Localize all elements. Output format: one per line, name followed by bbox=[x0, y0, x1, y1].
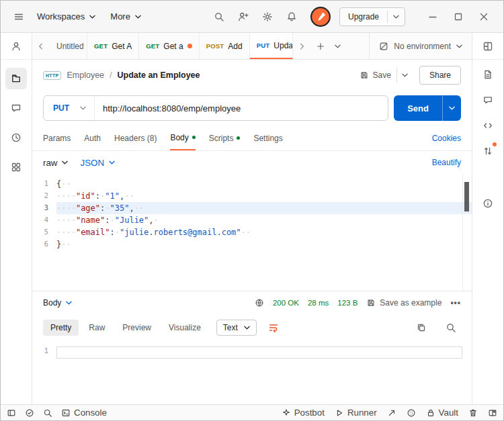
request-body-editor[interactable]: 1 {·· 2 ····"id":·"1",·· 3 ····"age":·"3… bbox=[32, 174, 472, 291]
runner-button[interactable]: Runner bbox=[335, 408, 377, 418]
request-tab-get-a[interactable]: GET Get A bbox=[87, 33, 139, 59]
method-selector[interactable]: PUT bbox=[44, 96, 95, 120]
history-forward-button[interactable] bbox=[293, 33, 310, 59]
tab-headers[interactable]: Headers (8) bbox=[114, 126, 157, 150]
editor-line[interactable]: 5 ····"email":·"julie.roberts@gmail.com"… bbox=[32, 226, 472, 238]
postbot-icon bbox=[282, 408, 291, 418]
vault-label: Vault bbox=[439, 408, 458, 418]
response-time[interactable]: 28 ms bbox=[308, 299, 329, 307]
url-input[interactable]: http://localhost:8080/emp/employee bbox=[95, 103, 388, 113]
new-tab-button[interactable] bbox=[310, 33, 331, 59]
invite-user-button[interactable] bbox=[233, 7, 253, 27]
main-menu-button[interactable] bbox=[9, 7, 29, 27]
sidebar-item-collections[interactable] bbox=[5, 68, 27, 89]
response-size[interactable]: 123 B bbox=[337, 299, 358, 307]
left-rail-top bbox=[1, 33, 32, 60]
tab-auth[interactable]: Auth bbox=[84, 126, 101, 150]
response-tab-pretty[interactable]: Pretty bbox=[43, 320, 79, 336]
editor-line[interactable]: 1 {·· bbox=[32, 178, 472, 190]
wrap-lines-button[interactable] bbox=[265, 319, 282, 336]
minimize-button[interactable] bbox=[421, 7, 444, 27]
upgrade-dropdown-button[interactable] bbox=[387, 11, 405, 23]
capture-requests-button[interactable] bbox=[387, 408, 396, 418]
console-button[interactable]: Console bbox=[61, 408, 107, 418]
history-back-button[interactable] bbox=[32, 33, 50, 59]
search-button[interactable] bbox=[209, 7, 229, 27]
save-options-button[interactable] bbox=[396, 68, 413, 83]
more-menu[interactable]: More bbox=[103, 7, 148, 26]
documentation-button[interactable] bbox=[477, 64, 499, 85]
response-more-button[interactable]: ••• bbox=[450, 298, 461, 308]
sidebar-item-comments[interactable] bbox=[5, 97, 27, 119]
beautify-link[interactable]: Beautify bbox=[432, 158, 461, 167]
cookies-link[interactable]: Cookies bbox=[432, 134, 461, 143]
whitespace: ·· bbox=[134, 203, 144, 213]
breadcrumb-collection[interactable]: Employee bbox=[67, 71, 104, 80]
tab-body[interactable]: Body bbox=[170, 126, 195, 150]
body-type-selector[interactable]: raw bbox=[43, 158, 68, 168]
layout-grid-button[interactable] bbox=[478, 36, 498, 56]
upgrade-button[interactable]: Upgrade bbox=[340, 8, 387, 26]
code-snippet-button[interactable] bbox=[477, 115, 499, 136]
two-pane-view-button[interactable] bbox=[488, 408, 497, 418]
close-button[interactable] bbox=[472, 7, 495, 27]
editor-line-current[interactable]: 3 ····"age":·"35",·· bbox=[32, 202, 472, 214]
environment-selector[interactable]: No environment bbox=[369, 33, 472, 59]
chevron-down-icon bbox=[393, 15, 399, 19]
response-view-selector[interactable]: Body bbox=[43, 298, 72, 308]
whitespace: · bbox=[105, 203, 110, 213]
copy-response-button[interactable] bbox=[411, 318, 431, 338]
info-button[interactable] bbox=[477, 193, 499, 214]
send-options-button[interactable] bbox=[442, 95, 461, 121]
maximize-button[interactable] bbox=[447, 7, 470, 27]
cookies-button[interactable] bbox=[407, 408, 416, 418]
toggle-sidebar-button[interactable] bbox=[7, 408, 16, 418]
save-as-example-button[interactable]: Save as example bbox=[366, 298, 442, 308]
trash-button[interactable] bbox=[468, 408, 478, 418]
share-button[interactable]: Share bbox=[419, 66, 461, 85]
response-tab-raw[interactable]: Raw bbox=[81, 320, 112, 336]
save-label: Save bbox=[373, 71, 391, 80]
request-tab-untitled[interactable]: Untitled bbox=[50, 33, 87, 59]
search-response-button[interactable] bbox=[441, 318, 461, 338]
response-format-selector[interactable]: Text bbox=[216, 320, 257, 336]
editor-scrollbar-thumb[interactable] bbox=[464, 182, 469, 212]
connection-status-button[interactable] bbox=[25, 408, 34, 418]
tab-params[interactable]: Params bbox=[43, 126, 71, 150]
status-badge[interactable]: 200 OK bbox=[273, 299, 299, 307]
comments-button[interactable] bbox=[477, 89, 499, 111]
response-tab-visualize[interactable]: Visualize bbox=[161, 320, 208, 336]
editor-line[interactable]: 4 ····"name":·"Julie",· bbox=[32, 214, 472, 226]
editor-line[interactable]: 6 }·· bbox=[32, 238, 472, 250]
response-content-line[interactable] bbox=[56, 346, 462, 359]
language-selector[interactable]: JSON bbox=[80, 158, 115, 168]
sidebar-item-apps[interactable] bbox=[5, 156, 27, 178]
request-tab-update-active[interactable]: PUT Updat bbox=[250, 33, 293, 59]
sidebar-item-history[interactable] bbox=[5, 127, 27, 148]
request-tab-get-a-unsaved[interactable]: GET Get a bbox=[139, 33, 200, 59]
open-new-menu-button[interactable] bbox=[331, 33, 345, 59]
postman-logo[interactable] bbox=[310, 6, 331, 28]
tab-scripts[interactable]: Scripts bbox=[209, 126, 241, 150]
editor-line[interactable]: 2 ····"id":·"1",·· bbox=[32, 190, 472, 202]
notifications-button[interactable] bbox=[282, 7, 302, 27]
request-tab-add[interactable]: POST Add bbox=[200, 33, 250, 59]
save-button[interactable]: Save bbox=[354, 67, 396, 83]
upgrade-group: Upgrade bbox=[339, 7, 405, 26]
find-replace-button[interactable] bbox=[43, 408, 52, 418]
related-requests-button[interactable] bbox=[477, 140, 499, 162]
account-button[interactable] bbox=[6, 36, 26, 56]
settings-button[interactable] bbox=[257, 7, 278, 27]
request-tabs: Params Auth Headers (8) Body Scripts Set… bbox=[32, 126, 472, 151]
collections-icon bbox=[11, 73, 22, 84]
send-button[interactable]: Send bbox=[394, 95, 442, 121]
minimize-icon bbox=[427, 11, 438, 22]
response-tab-preview[interactable]: Preview bbox=[115, 320, 159, 336]
postbot-button[interactable]: Postbot bbox=[282, 408, 325, 418]
request-name[interactable]: Update an Employee bbox=[118, 71, 200, 80]
workspaces-menu[interactable]: Workspaces bbox=[30, 7, 102, 26]
json-value: "35" bbox=[110, 203, 130, 213]
vault-button[interactable]: Vault bbox=[426, 408, 458, 418]
tab-settings[interactable]: Settings bbox=[253, 126, 282, 150]
chevron-down-icon bbox=[244, 326, 250, 330]
